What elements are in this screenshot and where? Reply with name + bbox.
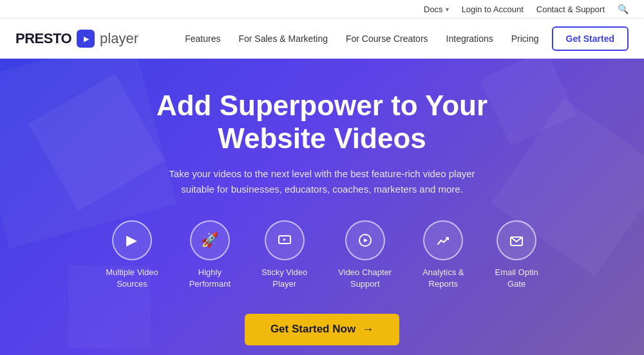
nav-features[interactable]: Features bbox=[185, 34, 220, 44]
analytics-label: Analytics &Reports bbox=[422, 267, 464, 290]
logo-presto-text: PRESTO bbox=[15, 30, 71, 47]
docs-label: Docs bbox=[424, 5, 443, 14]
feature-analytics: Analytics &Reports bbox=[422, 220, 464, 290]
svg-marker-3 bbox=[364, 238, 368, 242]
video-chapter-icon bbox=[345, 220, 385, 260]
email-optin-label: Email OptinGate bbox=[495, 267, 538, 290]
nav-sales[interactable]: For Sales & Marketing bbox=[238, 34, 328, 44]
login-label: Login to Account bbox=[462, 5, 524, 14]
feature-video-chapter: Video ChapterSupport bbox=[338, 220, 392, 290]
get-started-button[interactable]: Get Started bbox=[552, 26, 629, 51]
search-icon[interactable]: 🔍 bbox=[618, 4, 629, 14]
arrow-icon: → bbox=[362, 323, 374, 336]
highly-performant-label: HighlyPerformant bbox=[189, 267, 231, 290]
top-bar: Docs ▾ Login to Account Contact & Suppor… bbox=[0, 0, 644, 19]
nav-integrations[interactable]: Integrations bbox=[446, 34, 493, 44]
nav-links: Features For Sales & Marketing For Cours… bbox=[185, 34, 538, 44]
feature-email-optin: Email OptinGate bbox=[495, 220, 538, 290]
logo[interactable]: PRESTO player bbox=[15, 30, 138, 48]
hero-subtitle: Take your videos to the next level with … bbox=[155, 166, 489, 197]
cta-get-started-button[interactable]: Get Started Now → bbox=[245, 314, 399, 345]
hero-title: Add Superpower to Your Website Videos bbox=[156, 90, 488, 155]
contact-link[interactable]: Contact & Support bbox=[536, 5, 605, 14]
features-row: ▶ Multiple VideoSources 🚀 HighlyPerforma… bbox=[106, 220, 538, 290]
email-optin-icon bbox=[497, 220, 536, 260]
hero-section: Add Superpower to Your Website Videos Ta… bbox=[0, 59, 644, 355]
feature-highly-performant: 🚀 HighlyPerformant bbox=[189, 220, 231, 290]
docs-link[interactable]: Docs ▾ bbox=[424, 5, 449, 14]
nav-course-creators[interactable]: For Course Creators bbox=[346, 34, 428, 44]
main-nav: PRESTO player Features For Sales & Marke… bbox=[0, 19, 644, 59]
analytics-icon bbox=[423, 220, 463, 260]
sticky-video-icon bbox=[265, 220, 305, 260]
cta-container: Get Started Now → bbox=[245, 314, 399, 345]
multiple-video-icon: ▶ bbox=[112, 220, 152, 260]
nav-pricing[interactable]: Pricing bbox=[511, 34, 539, 44]
feature-multiple-video: ▶ Multiple VideoSources bbox=[106, 220, 158, 290]
logo-icon bbox=[77, 30, 95, 48]
svg-marker-1 bbox=[283, 238, 286, 241]
feature-sticky-video: Sticky VideoPlayer bbox=[261, 220, 307, 290]
logo-player-text: player bbox=[100, 30, 138, 47]
cta-label: Get Started Now bbox=[270, 323, 355, 336]
rocket-icon: 🚀 bbox=[190, 220, 230, 260]
multiple-video-label: Multiple VideoSources bbox=[106, 267, 158, 290]
login-link[interactable]: Login to Account bbox=[462, 5, 524, 14]
video-chapter-label: Video ChapterSupport bbox=[338, 267, 392, 290]
contact-label: Contact & Support bbox=[536, 5, 605, 14]
chevron-down-icon: ▾ bbox=[446, 6, 449, 13]
sticky-video-label: Sticky VideoPlayer bbox=[261, 267, 307, 290]
